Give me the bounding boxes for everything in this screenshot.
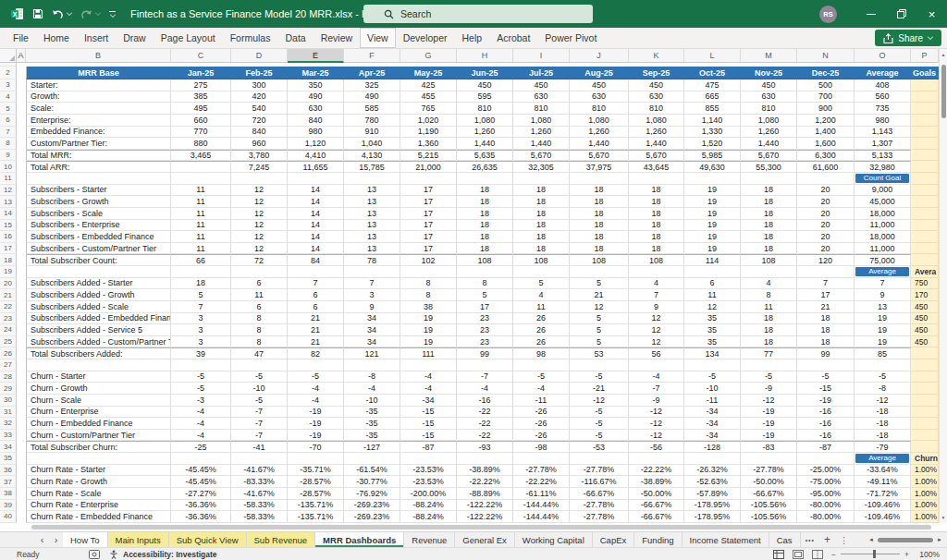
cell[interactable]: 18 — [570, 208, 629, 220]
goal-cell[interactable] — [911, 173, 939, 185]
cell[interactable]: 1,307 — [855, 138, 911, 150]
cell[interactable] — [17, 453, 26, 465]
cell[interactable] — [17, 347, 26, 359]
cell[interactable]: -269.23% — [344, 511, 400, 523]
column-header-D[interactable]: D — [231, 49, 288, 63]
cell[interactable]: 1,600 — [797, 138, 855, 150]
cell[interactable]: 350 — [288, 79, 344, 91]
row-header-25[interactable]: 25 — [0, 336, 17, 348]
cell[interactable]: -5 — [570, 418, 629, 430]
zoom-level[interactable]: 100% — [917, 550, 940, 559]
cell[interactable]: 660 — [171, 115, 231, 127]
cell[interactable]: 12 — [231, 243, 288, 255]
row-header-35[interactable]: 35 — [0, 453, 17, 465]
cell[interactable] — [570, 173, 629, 185]
page-layout-view-icon[interactable] — [793, 550, 804, 559]
cell[interactable] — [629, 266, 684, 278]
cell[interactable]: 45,000 — [855, 196, 911, 208]
sheet-tab-capex[interactable]: CapEx — [593, 532, 635, 547]
cell[interactable] — [17, 161, 26, 173]
cell[interactable] — [17, 220, 26, 232]
cell[interactable]: 26 — [513, 313, 570, 325]
cell[interactable]: -5 — [855, 371, 911, 383]
cell[interactable]: -105.56% — [741, 500, 797, 512]
row-header-13[interactable]: 13 — [0, 196, 17, 208]
cell[interactable]: 17 — [400, 220, 457, 232]
cell[interactable]: -22 — [457, 418, 513, 430]
cell[interactable]: -26 — [513, 407, 570, 419]
cell[interactable]: 18 — [629, 243, 684, 255]
cell[interactable]: 1,360 — [400, 138, 457, 150]
goal-cell[interactable] — [911, 347, 939, 359]
cell[interactable]: 4 — [741, 278, 797, 290]
cell[interactable] — [457, 453, 513, 465]
cell[interactable]: 18 — [513, 196, 570, 208]
cell[interactable] — [17, 324, 26, 336]
cell[interactable]: 23 — [457, 313, 513, 325]
cell[interactable]: -12 — [570, 395, 629, 407]
row-label-cell[interactable]: Churn Rate - Embedded Finance — [26, 511, 171, 523]
cell[interactable]: -66.67% — [629, 500, 684, 512]
cell[interactable]: 13 — [855, 301, 911, 313]
cell[interactable]: -12 — [629, 418, 684, 430]
ribbon-tab-page-layout[interactable]: Page Layout — [154, 28, 223, 48]
cell[interactable]: -35 — [344, 418, 400, 430]
cell[interactable]: -8 — [344, 371, 400, 383]
cell[interactable]: -83.33% — [231, 476, 288, 488]
cell[interactable]: 455 — [400, 91, 457, 103]
month-header-cell[interactable]: Jul-25 — [513, 67, 570, 79]
cell[interactable] — [171, 453, 231, 465]
cell[interactable] — [17, 301, 26, 313]
sheet-tab-how-to[interactable]: How To — [63, 532, 108, 547]
cell[interactable]: 13 — [344, 220, 400, 232]
cell[interactable]: 18 — [741, 336, 797, 348]
cell[interactable] — [741, 453, 797, 465]
cell[interactable]: -50.00% — [629, 488, 684, 500]
cell[interactable]: -57.89% — [684, 488, 741, 500]
cell[interactable]: 20 — [797, 243, 855, 255]
sheet-tab-sub-quick-view[interactable]: Sub Quick View — [169, 532, 247, 547]
cell[interactable]: 66 — [171, 254, 231, 266]
vertical-scroll-thumb[interactable] — [941, 65, 946, 118]
cell[interactable]: -45.45% — [171, 476, 231, 488]
cell[interactable]: 5,670 — [629, 150, 684, 162]
cell[interactable]: -26.32% — [684, 465, 741, 477]
cell[interactable]: 18 — [741, 185, 797, 197]
cell[interactable]: 8 — [457, 278, 513, 290]
cell[interactable]: -16 — [797, 418, 855, 430]
cell[interactable]: -5 — [171, 383, 231, 395]
cell[interactable]: Count Goal — [855, 173, 911, 185]
cell[interactable] — [684, 173, 741, 185]
scroll-down-icon[interactable]: ▼ — [941, 512, 946, 523]
row-label-cell[interactable]: Subscribers - Enterprise — [26, 220, 171, 232]
cell[interactable]: 98 — [513, 347, 570, 359]
cell[interactable]: 108 — [513, 254, 570, 266]
cell[interactable]: -4 — [629, 371, 684, 383]
cell[interactable]: 8 — [231, 324, 288, 336]
row-label-cell[interactable]: Churn Rate - Starter — [26, 465, 171, 477]
cell[interactable]: 18 — [513, 243, 570, 255]
cell[interactable]: 19 — [684, 220, 741, 232]
cell[interactable] — [288, 173, 344, 185]
cell[interactable] — [513, 266, 570, 278]
cell[interactable] — [17, 79, 26, 91]
cell[interactable] — [513, 453, 570, 465]
cell[interactable]: 450 — [513, 79, 570, 91]
cell[interactable]: 3,780 — [231, 150, 288, 162]
cell[interactable]: 17 — [457, 301, 513, 313]
goal-cell[interactable] — [911, 395, 939, 407]
cell[interactable]: 26,635 — [457, 161, 513, 173]
row-label-cell[interactable]: Subscribers Added - Custom/Partner Tier — [26, 336, 171, 348]
cell[interactable]: 1,080 — [513, 115, 570, 127]
cell[interactable]: -5 — [231, 371, 288, 383]
cell[interactable]: 12 — [629, 324, 684, 336]
cell[interactable]: -9 — [629, 395, 684, 407]
sheet-nav-prev-icon[interactable]: ‹ — [35, 532, 49, 547]
cell[interactable] — [17, 418, 26, 430]
cell[interactable]: 840 — [288, 115, 344, 127]
cell[interactable]: 18 — [741, 231, 797, 243]
cell[interactable] — [17, 336, 26, 348]
cell[interactable]: 765 — [400, 103, 457, 115]
cell[interactable]: 5 — [570, 336, 629, 348]
row-header-31[interactable]: 31 — [0, 407, 17, 419]
